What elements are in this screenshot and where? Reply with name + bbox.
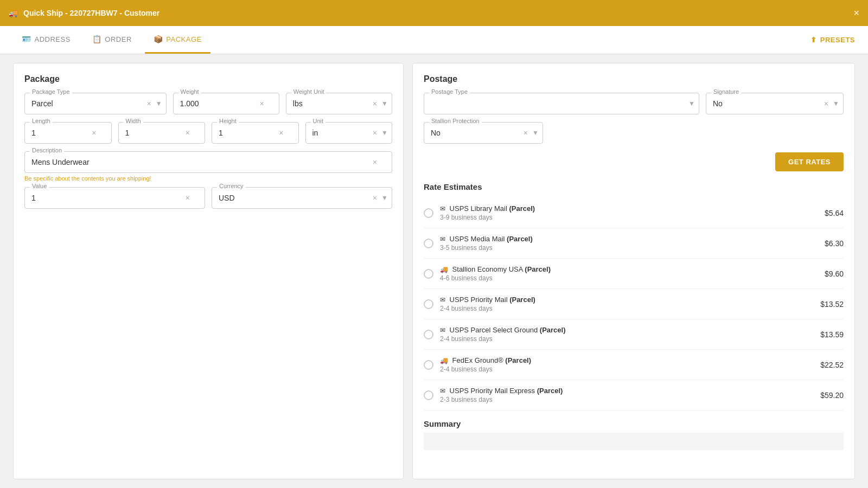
- tab-package[interactable]: 📦 PACKAGE: [145, 26, 210, 54]
- package-row-3: Value × Currency × ▼: [24, 187, 392, 209]
- carrier-icon-6: ✉: [440, 387, 445, 395]
- currency-clear[interactable]: ×: [373, 194, 377, 202]
- presets-icon: ⬆: [810, 36, 817, 44]
- rate-item[interactable]: ✉ USPS Parcel Select Ground (Parcel) 2-4…: [424, 319, 844, 350]
- rate-days-6: 2-3 business days: [440, 396, 814, 403]
- height-label: Height: [217, 118, 239, 124]
- carrier-icon-4: ✉: [440, 326, 445, 334]
- close-button[interactable]: ×: [853, 8, 859, 19]
- rate-estimates-list: ✉ USPS Library Mail (Parcel) 3-9 busines…: [424, 198, 844, 410]
- length-input[interactable]: [24, 122, 112, 144]
- length-clear[interactable]: ×: [92, 129, 96, 137]
- height-input[interactable]: [212, 122, 299, 144]
- signature-input[interactable]: [706, 93, 844, 114]
- stallion-protection-field: Stallion Protection × ▼: [424, 122, 543, 144]
- package-panel: Package Package Type × ▼ Weight × Weight…: [13, 63, 404, 479]
- width-clear[interactable]: ×: [186, 129, 190, 137]
- rate-info-6: ✉ USPS Priority Mail Express (Parcel) 2-…: [440, 387, 814, 403]
- carrier-icon-1: ✉: [440, 235, 445, 243]
- unit-field: Unit × ▼: [305, 122, 393, 144]
- package-type-field: Package Type × ▼: [24, 93, 167, 114]
- rate-info-4: ✉ USPS Parcel Select Ground (Parcel) 2-4…: [440, 326, 814, 343]
- rate-price-5: $22.52: [820, 361, 844, 369]
- tab-order[interactable]: 📋 ORDER: [84, 26, 141, 54]
- rate-info-3: ✉ USPS Priority Mail (Parcel) 2-4 busine…: [440, 296, 814, 312]
- unit-clear[interactable]: ×: [373, 129, 377, 137]
- description-field: Description ×: [24, 151, 392, 173]
- package-type-input[interactable]: [24, 93, 167, 114]
- package-icon: 📦: [154, 35, 163, 43]
- truck-icon: 🚚: [9, 9, 18, 17]
- description-clear[interactable]: ×: [373, 158, 377, 166]
- rate-radio-4[interactable]: [424, 330, 433, 339]
- currency-field: Currency × ▼: [212, 187, 392, 209]
- rate-radio-2[interactable]: [424, 269, 433, 279]
- topbar-title: Quick Ship - 220727HBW7 - Customer: [23, 9, 159, 17]
- signature-field: Signature × ▼: [706, 93, 844, 114]
- rate-price-6: $59.20: [820, 391, 844, 400]
- package-title: Package: [24, 74, 392, 84]
- weight-label: Weight: [178, 88, 201, 95]
- summary-total-row: [424, 433, 844, 450]
- width-field: Width ×: [118, 122, 206, 144]
- carrier-icon-2: 🚚: [440, 266, 448, 273]
- rate-radio-1[interactable]: [424, 239, 433, 248]
- presets-button[interactable]: ⬆ PRESETS: [810, 36, 855, 44]
- rate-days-2: 4-6 business days: [440, 274, 818, 282]
- weight-unit-clear[interactable]: ×: [373, 99, 377, 108]
- rate-item[interactable]: 🚚 FedEx Ground® (Parcel) 2-4 business da…: [424, 350, 844, 380]
- weight-unit-field: Weight Unit × ▼: [286, 93, 392, 114]
- rate-item[interactable]: ✉ USPS Media Mail (Parcel) 3-5 business …: [424, 228, 844, 259]
- description-input[interactable]: [24, 151, 392, 173]
- value-input[interactable]: [24, 187, 205, 209]
- presets-label: PRESETS: [820, 36, 855, 44]
- value-label: Value: [30, 183, 49, 189]
- tab-address[interactable]: 🪪 ADDRESS: [13, 26, 79, 54]
- order-icon: 📋: [92, 35, 102, 43]
- topbar-title-group: 🚚 Quick Ship - 220727HBW7 - Customer: [9, 9, 159, 17]
- rate-name-4: ✉ USPS Parcel Select Ground (Parcel): [440, 326, 814, 334]
- rate-radio-0[interactable]: [424, 208, 433, 218]
- postage-row-2: Stallion Protection × ▼: [424, 122, 844, 144]
- rate-item[interactable]: ✉ USPS Priority Mail (Parcel) 2-4 busine…: [424, 289, 844, 319]
- rate-info-1: ✉ USPS Media Mail (Parcel) 3-5 business …: [440, 235, 818, 252]
- height-field: Height ×: [212, 122, 299, 144]
- currency-input[interactable]: [212, 187, 392, 209]
- rate-days-5: 2-4 business days: [440, 365, 814, 373]
- rate-item[interactable]: 🚚 Stallion Economy USA (Parcel) 4-6 busi…: [424, 259, 844, 289]
- rate-price-4: $13.59: [820, 330, 844, 339]
- rate-radio-5[interactable]: [424, 360, 433, 370]
- rate-name-5: 🚚 FedEx Ground® (Parcel): [440, 356, 814, 364]
- rate-radio-3[interactable]: [424, 299, 433, 309]
- rate-info-2: 🚚 Stallion Economy USA (Parcel) 4-6 busi…: [440, 265, 818, 282]
- rate-days-4: 2-4 business days: [440, 335, 814, 343]
- rate-days-0: 3-9 business days: [440, 214, 818, 221]
- postage-type-select[interactable]: [424, 93, 699, 114]
- rate-estimates-title: Rate Estimates: [424, 182, 844, 191]
- width-input[interactable]: [118, 122, 206, 144]
- rate-info-5: 🚚 FedEx Ground® (Parcel) 2-4 business da…: [440, 356, 814, 373]
- package-row-1: Package Type × ▼ Weight × Weight Unit × …: [24, 93, 392, 114]
- package-type-clear[interactable]: ×: [146, 99, 151, 108]
- weight-clear[interactable]: ×: [260, 99, 264, 108]
- length-label: Length: [30, 118, 53, 124]
- rate-price-1: $6.30: [825, 239, 844, 248]
- rate-days-1: 3-5 business days: [440, 244, 818, 252]
- get-rates-button[interactable]: GET RATES: [775, 152, 844, 171]
- weight-field: Weight ×: [173, 93, 279, 114]
- stallion-protection-clear[interactable]: ×: [524, 129, 528, 137]
- address-icon: 🪪: [22, 35, 31, 43]
- rate-item[interactable]: ✉ USPS Library Mail (Parcel) 3-9 busines…: [424, 198, 844, 228]
- value-clear[interactable]: ×: [186, 194, 190, 202]
- unit-input[interactable]: [305, 122, 393, 144]
- rate-name-0: ✉ USPS Library Mail (Parcel): [440, 204, 818, 213]
- height-clear[interactable]: ×: [279, 129, 283, 137]
- rate-item[interactable]: ✉ USPS Priority Mail Express (Parcel) 2-…: [424, 380, 844, 410]
- signature-clear[interactable]: ×: [824, 99, 828, 108]
- nav-tabs: 🪪 ADDRESS 📋 ORDER 📦 PACKAGE ⬆ PRESETS: [0, 26, 868, 54]
- postage-row-1: Postage Type ▼ Signature × ▼: [424, 93, 844, 114]
- postage-panel: Postage Postage Type ▼ Signature × ▼ Sta…: [412, 63, 855, 479]
- rate-price-0: $5.64: [825, 209, 844, 217]
- width-label: Width: [124, 118, 143, 124]
- rate-radio-6[interactable]: [424, 390, 433, 400]
